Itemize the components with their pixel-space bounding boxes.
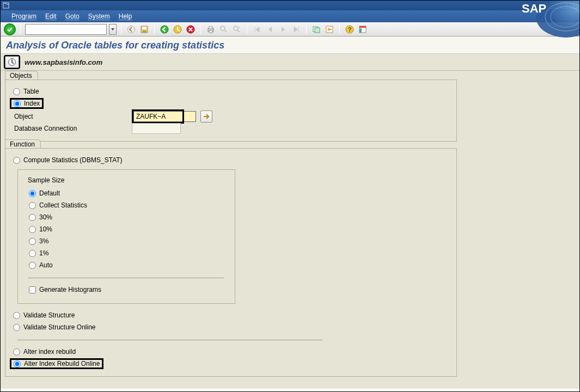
radio-validate-label: Validate Structure bbox=[23, 311, 75, 319]
radio-collect-label: Collect Statistics bbox=[39, 201, 87, 209]
svg-text:?: ? bbox=[348, 26, 352, 33]
prev-page-icon[interactable] bbox=[265, 24, 276, 35]
function-group-label: Function bbox=[5, 139, 41, 148]
exit-icon[interactable] bbox=[172, 24, 183, 35]
radio-validate-online-label: Validate Structure Online bbox=[23, 323, 96, 331]
svg-line-16 bbox=[224, 30, 227, 32]
svg-rect-13 bbox=[209, 27, 212, 29]
radio-table-label: Table bbox=[23, 88, 39, 95]
radio-30-label: 30% bbox=[39, 213, 52, 221]
svg-rect-21 bbox=[315, 28, 320, 33]
dbconn-input[interactable] bbox=[132, 123, 181, 134]
object-label: Object bbox=[12, 113, 132, 120]
command-field[interactable] bbox=[25, 24, 107, 35]
menu-edit[interactable]: Edit bbox=[45, 13, 57, 20]
back-icon[interactable] bbox=[126, 24, 137, 35]
radio-default[interactable] bbox=[29, 190, 36, 197]
application-toolbar: www.sapbasisinfo.com bbox=[1, 54, 579, 71]
radio-table[interactable] bbox=[13, 88, 20, 95]
radio-alter-rebuild-online[interactable] bbox=[14, 360, 21, 367]
last-page-icon[interactable] bbox=[291, 24, 302, 35]
command-field-dropdown[interactable] bbox=[109, 24, 117, 35]
maximize-icon[interactable]: ☐ bbox=[560, 2, 567, 9]
radio-compute[interactable] bbox=[13, 157, 20, 164]
content-area: Objects Table Index Object Database Conn… bbox=[1, 71, 579, 389]
svg-point-9 bbox=[161, 26, 168, 33]
object-input[interactable] bbox=[133, 111, 182, 122]
svg-line-18 bbox=[237, 30, 240, 32]
standard-toolbar: + ? bbox=[1, 22, 579, 36]
page-title: Analysis of Oracle tables for creating s… bbox=[6, 40, 574, 51]
app-link: www.sapbasisinfo.com bbox=[25, 58, 102, 66]
svg-text:+: + bbox=[238, 26, 240, 29]
radio-alter-online-highlight: Alter Index Rebuild Online bbox=[10, 358, 103, 369]
radio-validate[interactable] bbox=[13, 312, 20, 319]
radio-auto-label: Auto bbox=[39, 261, 53, 269]
continue-button[interactable] bbox=[200, 111, 212, 122]
window-titlebar: ─ ☐ ✕ bbox=[1, 1, 579, 10]
check-histograms[interactable] bbox=[29, 286, 36, 293]
menu-program[interactable]: Program bbox=[11, 13, 36, 20]
shortcut-icon[interactable] bbox=[324, 24, 335, 35]
radio-30[interactable] bbox=[29, 214, 36, 221]
radio-collect[interactable] bbox=[29, 202, 36, 209]
radio-compute-row[interactable]: Compute Statistics (DBMS_STAT) bbox=[12, 154, 450, 166]
radio-1[interactable] bbox=[29, 250, 36, 257]
radio-10[interactable] bbox=[29, 226, 36, 233]
radio-10-label: 10% bbox=[39, 225, 52, 233]
layout-icon[interactable] bbox=[357, 24, 368, 35]
radio-compute-label: Compute Statistics (DBMS_STAT) bbox=[23, 156, 123, 164]
save-icon[interactable] bbox=[139, 24, 150, 35]
svg-point-29 bbox=[11, 62, 13, 63]
first-page-icon[interactable] bbox=[252, 24, 262, 35]
radio-index-label: Index bbox=[24, 100, 40, 107]
object-input-highlight bbox=[132, 109, 184, 124]
new-session-icon[interactable] bbox=[311, 24, 322, 35]
back-green-icon[interactable] bbox=[159, 24, 170, 35]
find-icon[interactable] bbox=[218, 24, 229, 35]
sample-size-panel: Sample Size Default Collect Statistics 3… bbox=[17, 169, 235, 304]
print-icon[interactable] bbox=[205, 24, 216, 35]
radio-table-row[interactable]: Table bbox=[12, 85, 450, 97]
execute-button[interactable] bbox=[5, 56, 19, 68]
radio-alter-rebuild[interactable] bbox=[13, 348, 20, 356]
radio-3[interactable] bbox=[29, 238, 36, 245]
svg-rect-8 bbox=[143, 30, 146, 33]
radio-auto[interactable] bbox=[29, 262, 36, 269]
radio-default-label: Default bbox=[39, 189, 60, 197]
svg-rect-7 bbox=[142, 27, 146, 29]
radio-validate-online[interactable] bbox=[13, 324, 20, 331]
svg-rect-26 bbox=[359, 26, 366, 28]
objects-group-label: Objects bbox=[5, 71, 38, 79]
page-title-area: Analysis of Oracle tables for creating s… bbox=[1, 36, 579, 54]
enter-button[interactable] bbox=[4, 23, 16, 35]
menu-help[interactable]: Help bbox=[119, 13, 132, 20]
svg-rect-14 bbox=[209, 30, 212, 33]
divider bbox=[28, 278, 224, 278]
object-value-help[interactable] bbox=[184, 111, 196, 122]
app-icon bbox=[3, 2, 9, 9]
dbconn-label: Database Connection bbox=[12, 125, 132, 132]
menubar: Program Edit Goto System Help SAP bbox=[1, 10, 579, 22]
svg-rect-27 bbox=[359, 28, 362, 33]
sample-size-label: Sample Size bbox=[28, 176, 225, 184]
svg-point-15 bbox=[221, 26, 225, 30]
cancel-icon[interactable] bbox=[185, 24, 196, 35]
radio-index-highlight: Index bbox=[10, 98, 44, 109]
help-icon[interactable]: ? bbox=[344, 24, 355, 35]
svg-point-17 bbox=[234, 26, 238, 30]
radio-alter-rebuild-online-label: Alter Index Rebuild Online bbox=[24, 360, 100, 367]
minimize-icon[interactable]: ─ bbox=[550, 2, 558, 9]
find-next-icon[interactable]: + bbox=[231, 24, 242, 35]
function-group: Function Compute Statistics (DBMS_STAT) … bbox=[5, 148, 457, 377]
objects-group: Objects Table Index Object Database Conn… bbox=[5, 79, 457, 142]
close-icon[interactable]: ✕ bbox=[570, 2, 577, 9]
radio-alter-rebuild-label: Alter index rebuild bbox=[23, 348, 76, 356]
radio-index[interactable] bbox=[14, 100, 21, 107]
menu-goto[interactable]: Goto bbox=[65, 13, 80, 20]
next-page-icon[interactable] bbox=[278, 24, 289, 35]
radio-3-label: 3% bbox=[39, 237, 48, 245]
divider-2 bbox=[17, 340, 322, 340]
menu-system[interactable]: System bbox=[88, 13, 110, 20]
check-histograms-label: Generate Histograms bbox=[39, 286, 101, 293]
